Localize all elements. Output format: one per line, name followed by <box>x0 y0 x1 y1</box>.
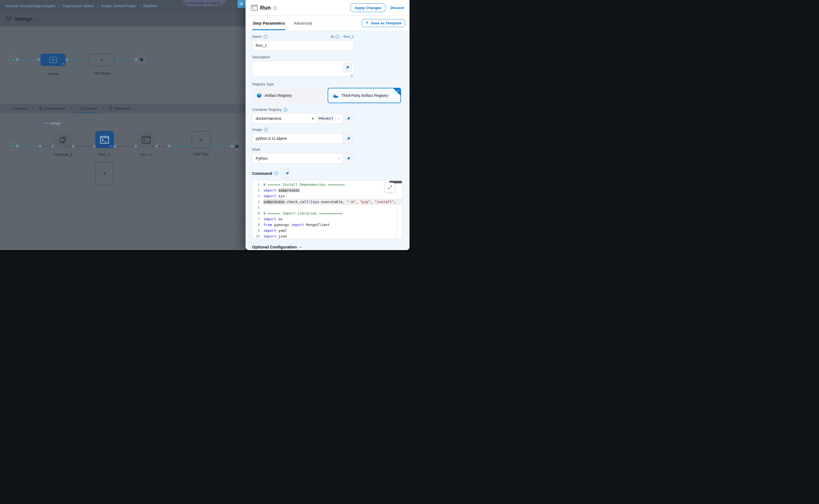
line-number: 3 <box>252 193 263 199</box>
registry-type-options: Artifact Registry Third-Party Artifact R… <box>252 88 402 103</box>
shell-field-label: Shell <box>252 147 402 152</box>
code-line[interactable]: 8from pymongo import MongoClient <box>252 222 402 228</box>
image-value: python:3.11-alpine <box>256 136 287 141</box>
info-icon[interactable]: i <box>263 35 267 39</box>
edge <box>66 59 89 60</box>
execution-end-node <box>233 142 241 151</box>
code-line[interactable]: 5 <box>252 205 402 210</box>
code-line[interactable]: 2import subprocess <box>252 187 402 193</box>
step-label: Run_2 <box>132 152 160 157</box>
step-code-badge: </> <box>109 145 112 147</box>
bottom-scrollbar[interactable] <box>0 250 410 252</box>
tab-step-parameters[interactable]: Step Parameters <box>252 16 285 30</box>
info-icon[interactable]: i <box>264 128 268 132</box>
pin-input-type-button[interactable] <box>343 63 352 72</box>
save-as-template-button[interactable]: Save as Template <box>361 19 405 27</box>
chevron-down-icon[interactable] <box>338 117 340 120</box>
tab-execution[interactable]: ✓ Execution <box>73 104 100 113</box>
description-field-label: Description <box>252 55 402 59</box>
chevron-right-icon <box>69 107 72 110</box>
tab-advanced[interactable]: Advanced <box>105 104 134 113</box>
edge-connector <box>168 145 170 147</box>
shell-value: Python <box>256 156 268 161</box>
add-step-button[interactable]: + <box>192 131 211 148</box>
code-line[interactable]: 4subprocess.check_call([sys.executable, … <box>252 199 402 205</box>
shell-select[interactable]: Python <box>252 153 343 164</box>
resize-handle[interactable] <box>351 74 353 77</box>
execution-graph-canvas: mongo <box>0 113 245 250</box>
edge-connector <box>16 58 18 61</box>
discard-button[interactable]: Discard <box>390 6 404 10</box>
editor-scrollbar-track <box>397 180 397 239</box>
info-icon[interactable]: i <box>273 6 277 10</box>
image-field: python:3.11-alpine <box>252 133 353 144</box>
collapse-icon[interactable] <box>44 123 48 124</box>
third-party-artifact-registry-option[interactable]: Third-Party Artifact Registry ✓ <box>328 88 401 103</box>
code-line[interactable]: 10import json <box>252 233 402 239</box>
option-label: Artifact Registry <box>265 93 292 98</box>
top-nav-bar: Account: kurosakiichigo.songokuOrganizat… <box>0 0 245 12</box>
code-line[interactable]: 6# ====== Import Libraries =========== <box>252 210 402 216</box>
description-input[interactable] <box>252 61 354 77</box>
pin-input-type-button[interactable] <box>282 169 292 178</box>
add-parallel-step-button[interactable]: + <box>95 162 114 185</box>
pipeline-title: mongo <box>14 16 33 22</box>
tab-label: Execution <box>81 106 97 111</box>
line-number: 10 <box>252 233 263 239</box>
breadcrumb-link[interactable]: Account: kurosakiichigo.songoku <box>5 4 55 8</box>
code-line[interactable]: 9import yaml <box>252 228 402 233</box>
upload-icon <box>365 21 369 25</box>
step-node-run-2[interactable]: </> <box>137 131 155 148</box>
line-number: 2 <box>252 187 263 193</box>
description-field <box>252 61 354 78</box>
run-step-icon <box>251 5 257 11</box>
tab-environment[interactable]: Environment <box>35 104 68 113</box>
drawer-actions: Apply Changes Discard <box>350 4 404 12</box>
registry-type-label: Registry Type <box>252 82 402 86</box>
edge-connector <box>72 145 74 147</box>
info-icon[interactable]: i <box>335 35 339 39</box>
pipeline-canvas-pane: Account: kurosakiichigo.songokuOrganizat… <box>0 0 245 250</box>
edge <box>211 146 233 147</box>
name-input[interactable] <box>252 40 354 51</box>
code-line[interactable]: 1# ====== Install Dependencies ======== <box>252 182 402 187</box>
stage-tabs-bar: ✓ Overview Environment ✓ Execution <box>0 104 245 113</box>
tab-advanced-drawer[interactable]: Advanced <box>293 16 312 30</box>
info-icon[interactable]: i <box>274 171 278 175</box>
step-group-header[interactable]: mongo <box>44 121 61 125</box>
command-field-label: Command i <box>252 169 402 178</box>
code-line[interactable]: 7import os <box>252 216 402 222</box>
add-stage-button[interactable]: + <box>89 54 114 66</box>
line-number: 9 <box>252 228 263 233</box>
image-input[interactable]: python:3.11-alpine <box>252 133 343 144</box>
line-number: 4 <box>252 199 263 205</box>
close-drawer-button[interactable]: ✕ <box>238 0 245 8</box>
expand-editor-button[interactable] <box>385 183 394 192</box>
container-registry-input[interactable]: dockerHarness PROJECT <box>252 113 343 124</box>
info-icon[interactable]: i <box>283 108 287 112</box>
chevron-right-icon <box>58 5 60 7</box>
breadcrumb-link[interactable]: Project: Default Project <box>101 4 136 8</box>
stage-node-mongo[interactable]: </> </> <box>40 54 66 66</box>
stop-icon <box>140 58 143 61</box>
option-label: Third-Party Artifact Registry <box>341 93 388 98</box>
edit-pencil-icon[interactable] <box>35 17 39 21</box>
code-line[interactable]: 3import sys <box>252 193 402 199</box>
check-icon: ✓ <box>76 107 79 111</box>
step-node-run-1[interactable]: </> <box>95 131 114 148</box>
play-icon <box>12 58 15 61</box>
command-editor[interactable]: 1# ====== Install Dependencies ========2… <box>252 180 402 239</box>
apply-changes-button[interactable]: Apply Changes <box>350 4 385 12</box>
stop-icon <box>236 145 238 148</box>
container-registry-label: Container Registry i <box>252 108 402 112</box>
step-parameters-form: Name i Id i : Run_1 Description <box>245 30 410 250</box>
artifact-registry-option[interactable]: Artifact Registry <box>252 88 324 103</box>
breadcrumb-link[interactable]: Organization: default <box>62 4 94 8</box>
optional-configuration-toggle[interactable]: Optional Configuration <box>252 245 402 249</box>
play-icon <box>12 145 15 148</box>
pin-icon <box>346 157 351 161</box>
breadcrumb-link[interactable]: Pipelines <box>143 4 157 8</box>
tab-overview[interactable]: ✓ Overview <box>4 104 31 113</box>
id-value[interactable]: Run_1 <box>343 34 354 39</box>
step-node-gitclone-1[interactable]: </> <box>54 131 72 148</box>
